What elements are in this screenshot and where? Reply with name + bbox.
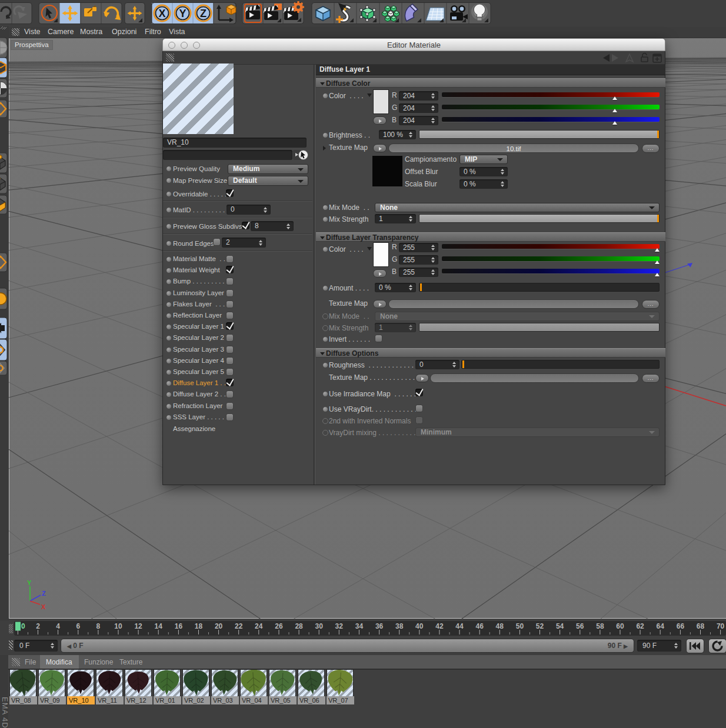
svg-text:66: 66 (677, 622, 685, 630)
svg-text:36: 36 (375, 622, 384, 630)
svg-text:24: 24 (255, 622, 263, 630)
svg-text:28: 28 (295, 622, 303, 630)
svg-text:48: 48 (496, 622, 504, 630)
svg-text:70: 70 (717, 622, 725, 630)
svg-text:Z: Z (200, 8, 207, 19)
svg-text:8: 8 (96, 622, 101, 630)
svg-text:42: 42 (435, 622, 444, 630)
svg-text:60: 60 (616, 622, 624, 630)
svg-text:6: 6 (76, 622, 80, 630)
svg-text:46: 46 (476, 622, 484, 630)
svg-text:X: X (41, 603, 46, 610)
svg-text:18: 18 (195, 622, 203, 630)
svg-text:2: 2 (36, 622, 40, 630)
svg-text:20: 20 (215, 622, 223, 630)
svg-text:38: 38 (395, 622, 404, 630)
svg-text:12: 12 (134, 622, 142, 630)
svg-text:Y: Y (179, 8, 186, 19)
svg-text:56: 56 (576, 622, 584, 630)
svg-text:X: X (158, 8, 165, 19)
svg-text:30: 30 (315, 622, 324, 630)
svg-text:22: 22 (235, 622, 243, 630)
svg-text:62: 62 (636, 622, 644, 630)
svg-text:26: 26 (275, 622, 283, 630)
svg-text:4: 4 (56, 622, 60, 630)
svg-text:50: 50 (516, 622, 524, 630)
svg-text:54: 54 (556, 622, 564, 630)
svg-text:52: 52 (536, 622, 544, 630)
svg-text:16: 16 (175, 622, 183, 630)
svg-text:10: 10 (114, 622, 122, 630)
svg-text:58: 58 (596, 622, 604, 630)
svg-text:40: 40 (415, 622, 424, 630)
svg-text:Z: Z (42, 590, 46, 597)
svg-text:32: 32 (335, 622, 344, 630)
svg-text:34: 34 (355, 622, 364, 630)
svg-text:0: 0 (21, 622, 25, 630)
svg-text:44: 44 (455, 622, 464, 630)
svg-text:Y: Y (27, 579, 32, 586)
svg-text:14: 14 (155, 622, 163, 630)
svg-text:68: 68 (697, 622, 705, 630)
svg-text:64: 64 (657, 622, 665, 630)
